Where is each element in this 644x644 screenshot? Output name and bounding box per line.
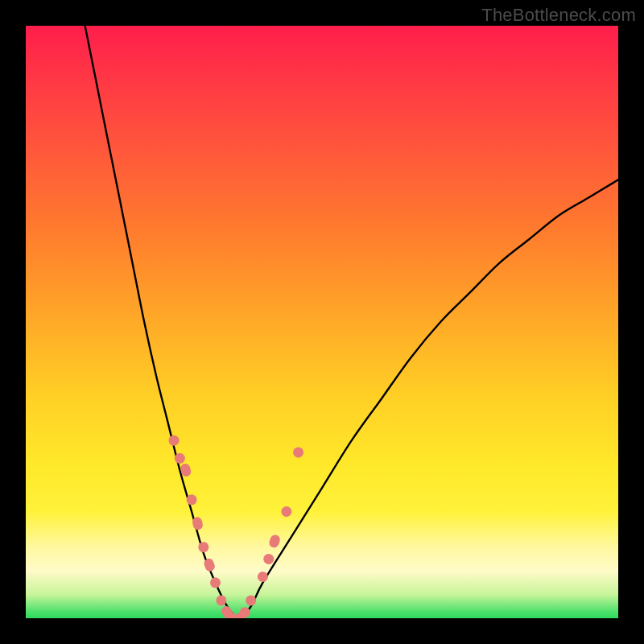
marker-dot bbox=[281, 506, 291, 517]
marker-dot bbox=[258, 572, 268, 582]
marker-dot bbox=[263, 554, 274, 564]
marker-dot bbox=[187, 494, 197, 505]
watermark-text: TheBottleneck.com bbox=[481, 5, 636, 26]
marker-dot bbox=[293, 447, 303, 457]
marker-lozenge bbox=[268, 534, 282, 549]
bottleneck-curve-path bbox=[85, 26, 618, 618]
plot-area bbox=[26, 26, 618, 618]
marker-dot bbox=[216, 595, 226, 605]
curve-svg bbox=[26, 26, 618, 618]
marker-dot bbox=[175, 453, 185, 464]
marker-dot bbox=[198, 542, 208, 552]
chart-frame: TheBottleneck.com bbox=[0, 0, 644, 644]
marker-group bbox=[169, 436, 304, 618]
marker-dot bbox=[210, 577, 221, 588]
marker-dot bbox=[240, 607, 250, 617]
marker-dot bbox=[246, 595, 256, 605]
marker-dot bbox=[169, 436, 180, 446]
